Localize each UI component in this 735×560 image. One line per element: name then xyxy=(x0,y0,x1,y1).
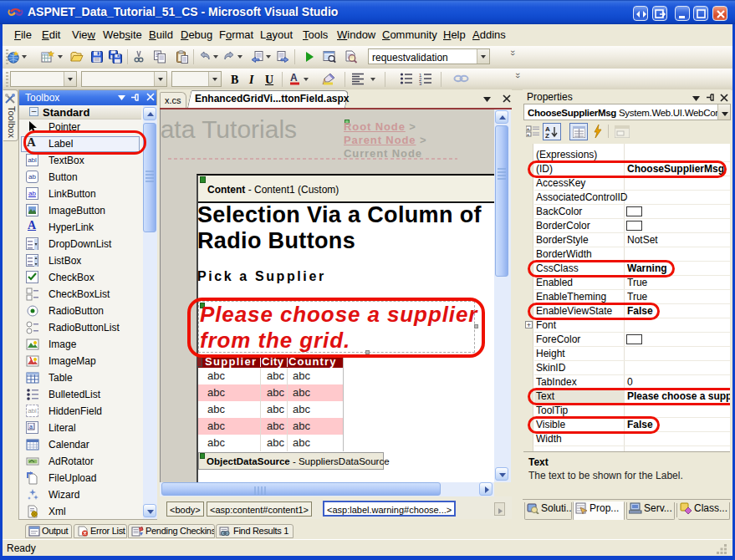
svg-text:+: + xyxy=(527,132,529,137)
svg-text:a: a xyxy=(29,424,33,430)
svg-text:3: 3 xyxy=(419,81,422,85)
svg-text:A: A xyxy=(290,72,298,84)
svg-text:+: + xyxy=(527,126,529,131)
svg-text:Z: Z xyxy=(545,132,549,139)
